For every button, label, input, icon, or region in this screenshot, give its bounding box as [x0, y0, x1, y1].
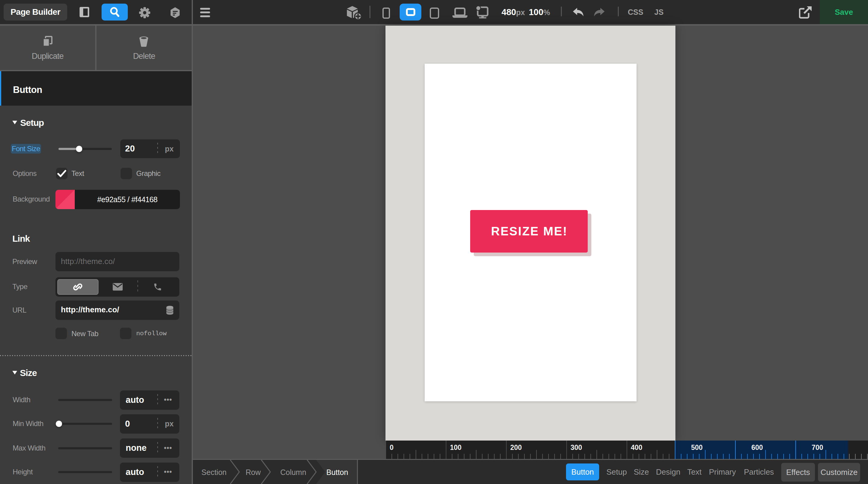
svg-text:Column: Column	[280, 468, 306, 477]
svg-text:Section: Section	[201, 468, 226, 477]
svg-text:Button: Button	[327, 468, 348, 477]
svg-text:Row: Row	[246, 468, 261, 477]
